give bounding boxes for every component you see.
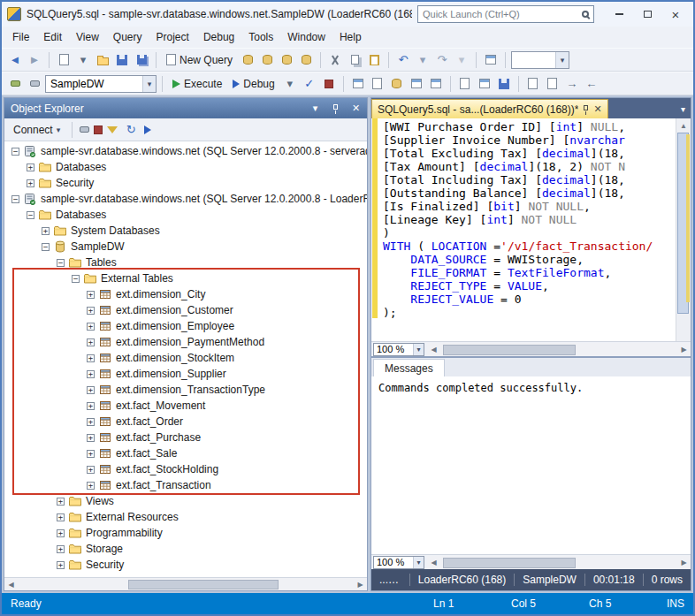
tree-item[interactable]: −SampleDW — [4, 239, 367, 255]
xmla-query-icon[interactable] — [297, 51, 315, 69]
pin-icon[interactable] — [328, 101, 343, 116]
tree-item[interactable]: +ext.fact_Purchase — [4, 430, 367, 445]
save-all-icon[interactable] — [137, 55, 147, 65]
save-all-icon[interactable] — [133, 51, 150, 69]
tree-expander-icon[interactable]: + — [87, 338, 95, 346]
scrollbar-thumb[interactable] — [443, 345, 576, 355]
scroll-left-icon[interactable]: ◀ — [4, 578, 18, 591]
chevron-down-icon[interactable]: ▾ — [142, 76, 156, 92]
tree-expander-icon[interactable]: + — [57, 545, 65, 553]
messages-zoom-combo[interactable]: 100 % ▾ — [373, 556, 424, 569]
refresh-icon[interactable]: ↻ — [122, 121, 140, 139]
window-position-icon[interactable]: ▾ — [308, 101, 323, 116]
chevron-down-icon[interactable]: ▾ — [555, 52, 569, 68]
editor-horizontal-scrollbar[interactable]: ◀ ▶ — [427, 343, 691, 356]
tree-item[interactable]: +ext.dimension_City — [4, 286, 367, 302]
intellisense-icon[interactable] — [392, 79, 401, 88]
sql-code[interactable]: [WWI Purchase Order ID] [int] NULL,[Supp… — [378, 118, 676, 341]
client-statistics-icon[interactable] — [431, 79, 441, 88]
tree-expander-icon[interactable]: + — [87, 307, 95, 315]
debug-dropdown-icon[interactable]: ▾ — [281, 75, 299, 93]
tree-expander-icon[interactable]: + — [27, 164, 34, 171]
parse-icon[interactable]: ✓ — [301, 75, 318, 93]
new-file-icon[interactable] — [55, 51, 73, 69]
query-options-icon[interactable] — [369, 75, 386, 93]
indent-icon[interactable]: → — [563, 75, 581, 93]
tree-item[interactable]: +Security — [4, 175, 367, 191]
undo-icon[interactable]: ↶ — [394, 51, 412, 69]
editor-zoom-combo[interactable]: 100 % ▾ — [373, 343, 424, 356]
tree-expander-icon[interactable]: + — [87, 370, 95, 378]
scroll-left-icon[interactable]: ◀ — [427, 343, 440, 356]
database-engine-query-icon[interactable] — [239, 51, 256, 69]
scroll-right-icon[interactable]: ▶ — [354, 578, 367, 591]
quick-launch-box[interactable] — [417, 5, 594, 23]
execute-button[interactable]: Execute — [168, 74, 226, 94]
estimated-plan-icon[interactable] — [349, 75, 367, 93]
tab-messages[interactable]: Messages — [373, 359, 445, 376]
paste-icon[interactable] — [365, 51, 383, 69]
menu-help[interactable]: Help — [332, 28, 369, 46]
tree-expander-icon[interactable]: + — [57, 561, 65, 569]
database-combo[interactable]: SampleDW▾ — [45, 75, 157, 93]
results-to-grid-icon[interactable] — [479, 79, 490, 88]
menu-project[interactable]: Project — [149, 28, 196, 46]
tree-expander-icon[interactable]: + — [57, 529, 65, 537]
tree-expander-icon[interactable]: + — [87, 402, 95, 410]
cancel-icon[interactable] — [320, 75, 338, 93]
copy-icon[interactable] — [346, 51, 363, 69]
tree-expander-icon[interactable]: + — [87, 291, 95, 299]
menu-view[interactable]: View — [69, 28, 106, 46]
save-icon[interactable] — [117, 55, 127, 65]
results-to-text-icon[interactable] — [456, 75, 474, 93]
comment-icon[interactable] — [528, 78, 538, 89]
cut-icon[interactable] — [330, 55, 340, 65]
tree-expander-icon[interactable]: + — [87, 482, 95, 490]
actual-plan-icon[interactable] — [408, 75, 425, 93]
scripts-icon[interactable] — [144, 125, 151, 134]
intellisense-icon[interactable] — [388, 75, 406, 93]
scroll-up-icon[interactable]: ▲ — [676, 119, 691, 132]
actual-plan-icon[interactable] — [411, 79, 422, 88]
undo-dropdown-icon[interactable]: ▾ — [414, 51, 432, 69]
tree-item[interactable]: +Security — [4, 557, 367, 573]
tree-item[interactable]: +Storage — [4, 541, 367, 557]
close-tab-icon[interactable]: ✕ — [593, 103, 601, 115]
tree-item[interactable]: +Programmability — [4, 525, 367, 541]
scroll-left-icon[interactable]: ◀ — [427, 556, 440, 569]
tree-item[interactable]: +Databases — [4, 159, 367, 175]
tree-expander-icon[interactable]: − — [27, 211, 34, 219]
code-editor[interactable]: [WWI Purchase Order ID] [int] NULL,[Supp… — [371, 118, 691, 341]
stop-icon[interactable] — [94, 125, 103, 134]
tree-expander-icon[interactable]: + — [87, 466, 95, 474]
outdent-icon[interactable]: ← — [583, 75, 600, 93]
tree-expander-icon[interactable]: + — [57, 498, 65, 506]
tree-item[interactable]: −External Tables — [4, 270, 367, 286]
scroll-right-icon[interactable]: ▶ — [677, 343, 691, 356]
results-to-file-icon[interactable] — [495, 75, 513, 93]
tree-expander-icon[interactable]: − — [11, 148, 19, 156]
tree-expander-icon[interactable]: − — [57, 259, 65, 267]
new-file-dropdown-icon[interactable]: ▾ — [74, 51, 92, 69]
redo-dropdown-icon[interactable]: ▾ — [453, 51, 470, 69]
results-to-file-icon[interactable] — [499, 79, 509, 89]
tree-item[interactable]: +System Databases — [4, 223, 367, 239]
change-connection-icon[interactable] — [30, 80, 40, 87]
mdx-query-icon[interactable] — [263, 55, 272, 65]
comment-icon[interactable] — [524, 75, 542, 93]
dmx-query-icon[interactable] — [282, 55, 292, 65]
tree-expander-icon[interactable]: + — [27, 179, 34, 187]
menu-file[interactable]: File — [5, 28, 36, 46]
tree-expander-icon[interactable]: + — [87, 418, 95, 426]
tree-expander-icon[interactable]: + — [57, 513, 65, 521]
cut-icon[interactable] — [326, 51, 344, 69]
uncomment-icon[interactable] — [544, 75, 561, 93]
tree-item[interactable]: +External Resources — [4, 509, 367, 525]
tree-item[interactable]: −sample-svr.database.windows.net (SQL Se… — [4, 143, 367, 159]
estimated-plan-icon[interactable] — [353, 79, 363, 88]
client-statistics-icon[interactable] — [427, 75, 445, 93]
tree-expander-icon[interactable]: + — [42, 227, 50, 235]
object-explorer-horizontal-scrollbar[interactable]: ◀ ▶ — [4, 577, 367, 590]
tree-item[interactable]: +ext.fact_Order — [4, 414, 367, 430]
tree-expander-icon[interactable]: + — [87, 354, 95, 362]
